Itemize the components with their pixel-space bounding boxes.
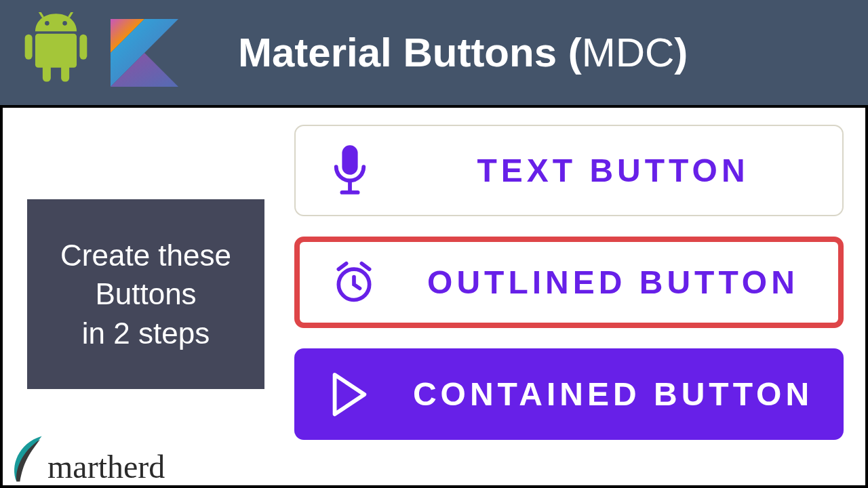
page-title: Material Buttons (MDC) <box>238 29 688 76</box>
title-paren-open: ( <box>568 30 582 75</box>
title-main: Material Buttons <box>238 30 568 75</box>
header-bar: Material Buttons (MDC) <box>0 0 868 105</box>
svg-rect-6 <box>61 64 69 81</box>
android-icon <box>20 12 92 94</box>
text-button-label: TEXT BUTTON <box>411 152 815 189</box>
alarm-icon <box>327 260 381 306</box>
svg-rect-4 <box>79 34 87 59</box>
svg-point-1 <box>62 21 67 26</box>
title-paren-close: ) <box>674 30 688 75</box>
svg-rect-10 <box>342 145 357 174</box>
outlined-button[interactable]: OUTLINED BUTTON <box>294 237 844 328</box>
brand-logo: martherd <box>8 432 165 485</box>
svg-rect-3 <box>25 34 33 59</box>
text-button[interactable]: TEXT BUTTON <box>294 125 844 216</box>
svg-point-0 <box>45 21 50 26</box>
play-icon <box>321 371 376 418</box>
svg-rect-5 <box>43 64 51 81</box>
contained-button-label: CONTAINED BUTTON <box>410 375 816 413</box>
brand-text: martherd <box>47 448 165 485</box>
microphone-icon <box>323 143 377 199</box>
title-sub: MDC <box>582 30 675 75</box>
kotlin-icon <box>111 19 178 87</box>
buttons-column: TEXT BUTTON OUTLINED BUTTON CONTAINED BU… <box>294 125 844 440</box>
svg-rect-12 <box>340 190 360 195</box>
svg-rect-2 <box>35 33 77 67</box>
brand-logo-icon <box>8 432 50 485</box>
outlined-button-label: OUTLINED BUTTON <box>415 264 811 301</box>
contained-button[interactable]: CONTAINED BUTTON <box>294 348 844 440</box>
content-area: Create these Buttons in 2 steps TEXT BUT… <box>0 105 868 488</box>
subtitle-box: Create these Buttons in 2 steps <box>27 199 264 389</box>
svg-rect-11 <box>348 180 352 190</box>
subtitle-text: Create these Buttons in 2 steps <box>60 236 231 352</box>
svg-marker-14 <box>335 374 365 413</box>
